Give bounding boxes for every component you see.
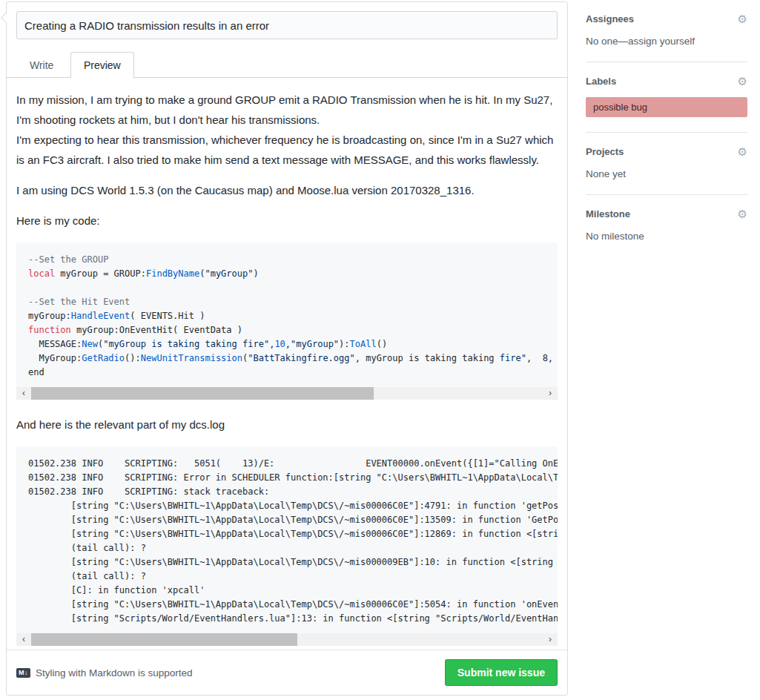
dcs-log-block: 01502.238 INFO SCRIPTING: 5051( 13)/E: E…: [16, 446, 558, 646]
body-paragraph-3: Here is my code:: [16, 211, 558, 231]
gear-icon[interactable]: ⚙: [738, 13, 747, 24]
assignees-title: Assignees: [586, 13, 634, 24]
markdown-note-text: Styling with Markdown is supported: [36, 667, 193, 678]
gear-icon[interactable]: ⚙: [738, 208, 747, 219]
sidebar-section-labels: Labels ⚙ possible bug: [586, 62, 747, 133]
tab-write[interactable]: Write: [16, 52, 67, 78]
paragraph-1-line-2: I'm expecting to hear this transmission,…: [16, 133, 553, 166]
code-horizontal-scrollbar[interactable]: ‹ ›: [16, 387, 558, 400]
submit-new-issue-button[interactable]: Submit new issue: [445, 659, 558, 686]
code-scroll-thumb[interactable]: [31, 387, 374, 400]
sidebar-section-projects: Projects ⚙ None yet: [586, 133, 747, 195]
scroll-right-icon[interactable]: ›: [543, 387, 558, 400]
lua-code-block: --Set the GROUPlocal myGroup = GROUP:Fin…: [16, 242, 558, 400]
issue-form: Write Preview In my mission, I am trying…: [6, 1, 568, 696]
sidebar-section-milestone: Milestone ⚙ No milestone: [586, 195, 747, 257]
log-scroll-track[interactable]: [31, 633, 543, 646]
sidebar-section-assignees: Assignees ⚙ No one—assign yourself: [586, 0, 747, 62]
gear-icon[interactable]: ⚙: [738, 76, 747, 87]
milestone-body: No milestone: [586, 231, 747, 242]
labels-title: Labels: [586, 76, 616, 87]
milestone-title: Milestone: [586, 208, 630, 219]
body-paragraph-4: And here is the relevant part of my dcs.…: [16, 415, 558, 435]
projects-title: Projects: [586, 146, 624, 157]
title-wrap: [7, 2, 567, 39]
assignees-body[interactable]: No one—assign yourself: [586, 36, 747, 47]
issue-sidebar: Assignees ⚙ No one—assign yourself Label…: [586, 0, 747, 257]
tab-preview[interactable]: Preview: [70, 52, 134, 78]
preview-pane: In my mission, I am trying to make a gro…: [7, 78, 567, 650]
label-possible-bug[interactable]: possible bug: [586, 97, 747, 117]
issue-title-input[interactable]: [16, 11, 558, 39]
new-issue-page: Write Preview In my mission, I am trying…: [0, 0, 760, 700]
scroll-left-icon[interactable]: ‹: [16, 633, 31, 646]
scroll-right-icon[interactable]: ›: [543, 633, 558, 646]
scroll-left-icon[interactable]: ‹: [16, 387, 31, 400]
markdown-support-link[interactable]: M↓ Styling with Markdown is supported: [16, 667, 193, 678]
markdown-icon: M↓: [16, 668, 30, 678]
log-horizontal-scrollbar[interactable]: ‹ ›: [16, 633, 558, 646]
paragraph-1-line-1: In my mission, I am trying to make a gro…: [16, 93, 552, 126]
log-block-content: 01502.238 INFO SCRIPTING: 5051( 13)/E: E…: [16, 446, 558, 633]
form-footer: M↓ Styling with Markdown is supported Su…: [7, 650, 567, 695]
gear-icon[interactable]: ⚙: [738, 146, 747, 157]
code-scroll-track[interactable]: [31, 387, 543, 400]
code-block-content: --Set the GROUPlocal myGroup = GROUP:Fin…: [16, 242, 558, 387]
log-scroll-thumb[interactable]: [31, 633, 297, 646]
body-paragraph-2: I am using DCS World 1.5.3 (on the Cauca…: [16, 180, 558, 200]
projects-body: None yet: [586, 168, 747, 179]
body-paragraph-1: In my mission, I am trying to make a gro…: [16, 90, 558, 170]
tab-nav: Write Preview: [7, 51, 567, 78]
